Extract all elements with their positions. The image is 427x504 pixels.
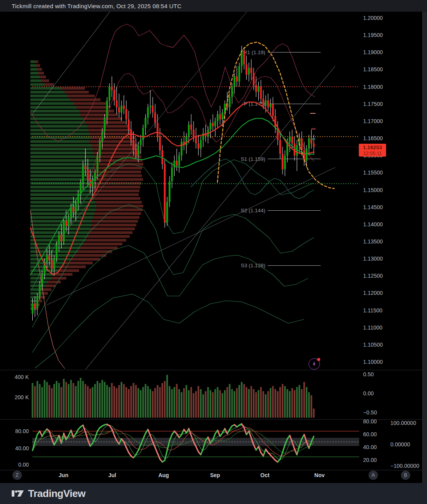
- pivot-label: R1 (1.19): [243, 49, 265, 55]
- candle-body: [217, 114, 219, 121]
- volume-bar: [94, 384, 96, 418]
- candle-body: [48, 255, 50, 260]
- candle-body: [198, 143, 199, 148]
- volume-bar: [85, 384, 86, 418]
- candle-body: [72, 207, 74, 212]
- volume-bar: [260, 387, 262, 418]
- volume-bar: [39, 384, 41, 418]
- volume-bar: [263, 391, 264, 418]
- volume-bar: [166, 375, 168, 418]
- candle-body: [34, 303, 36, 308]
- candle-body: [60, 234, 62, 241]
- price-axis[interactable]: 1.200001.195001.190001.185001.180001.175…: [363, 15, 383, 365]
- volume-bar: [65, 382, 67, 418]
- candle-body: [289, 137, 291, 142]
- volume-bar: [125, 387, 127, 418]
- candle-body: [190, 125, 192, 130]
- indicator-last-value-dash: [311, 138, 315, 140]
- volume-bar: [306, 387, 307, 418]
- candle-body: [224, 104, 226, 113]
- scale-b-button[interactable]: B: [401, 471, 410, 480]
- candle-body: [128, 119, 130, 129]
- volume-bar: [113, 386, 115, 418]
- volume-bar: [41, 387, 43, 418]
- volume-bar: [78, 381, 79, 418]
- candle-body: [46, 255, 48, 262]
- volume-bar: [251, 386, 252, 418]
- candle-body: [272, 104, 274, 116]
- candle-body: [265, 100, 267, 106]
- volume-bar: [128, 389, 129, 418]
- volume-bar: [210, 390, 211, 418]
- volume-bar: [188, 390, 189, 418]
- scale-a-button[interactable]: A: [369, 471, 378, 480]
- candle-body: [92, 181, 94, 186]
- candle-body: [169, 181, 171, 202]
- volume-bar: [44, 380, 45, 418]
- chart-canvas[interactable]: R1 (1.19)P (1.175)S1 (1.159)S2 (1.144)S3…: [0, 0, 427, 504]
- volume-bar: [255, 392, 257, 418]
- volume-bar: [51, 388, 53, 418]
- time-axis-month: Jun: [59, 472, 69, 478]
- candle-body: [150, 106, 152, 107]
- candle-body: [166, 202, 168, 222]
- tradingview-logo-icon[interactable]: [11, 488, 25, 499]
- price-axis-label: 1.10000: [363, 359, 383, 365]
- price-axis-label: 1.12000: [363, 290, 383, 296]
- candle-body: [231, 87, 233, 97]
- volume-bar: [171, 389, 173, 418]
- candle-body: [270, 104, 272, 107]
- candle-body: [233, 76, 235, 86]
- candle-body: [245, 64, 247, 74]
- volume-bar: [145, 384, 146, 418]
- time-axis[interactable]: JunJulAugSepOctNov: [59, 472, 325, 478]
- price-axis-label: 1.10500: [363, 342, 383, 348]
- volume-bar: [101, 380, 103, 418]
- candle-body: [32, 303, 34, 314]
- volume-right-scale-label: 0.50: [363, 371, 374, 377]
- volume-bar: [291, 388, 293, 418]
- oscillator-fast-segment: [148, 430, 150, 435]
- candle-body: [113, 90, 115, 100]
- volume-bar: [159, 387, 161, 418]
- price-axis-label: 1.19500: [363, 32, 383, 38]
- indicator-last-value-dash: [310, 113, 316, 114]
- price-axis-label: 1.18000: [363, 84, 383, 90]
- volume-bar: [150, 389, 151, 418]
- quick-trade-button[interactable]: [309, 358, 320, 370]
- volume-bar: [231, 389, 233, 418]
- volume-bar: [138, 388, 139, 418]
- price-axis-label: 1.13000: [363, 256, 383, 262]
- candle-body: [99, 142, 101, 155]
- oscillator-fast-segment: [196, 447, 198, 452]
- candle-body: [181, 142, 183, 155]
- oscillator-left-label: 40.00: [15, 445, 29, 451]
- candle-body: [77, 193, 79, 203]
- time-axis-month: Nov: [314, 472, 325, 478]
- pivot-label: S3 (1.128): [241, 263, 265, 268]
- last-price-label[interactable]: 1.16253 12:05:11: [359, 144, 386, 157]
- oscillator-fast-segment: [258, 447, 261, 453]
- volume-bar: [253, 389, 254, 418]
- volume-bar: [226, 387, 228, 418]
- tradingview-logo-text[interactable]: TradingView: [28, 488, 85, 500]
- candle-body: [303, 150, 305, 160]
- volume-bar: [284, 386, 286, 418]
- candle-body: [125, 109, 127, 119]
- candle-body: [63, 221, 65, 241]
- candle-body: [56, 245, 58, 259]
- oscillator-scale-a-label: 20.00: [363, 457, 377, 463]
- volume-bar: [162, 383, 163, 418]
- candle-body: [97, 155, 99, 173]
- volume-right-scale-label: −0.50: [363, 409, 377, 416]
- teal-ma: [191, 159, 314, 199]
- timezone-button[interactable]: Z: [12, 471, 22, 480]
- price-axis-label: 1.13500: [363, 238, 383, 245]
- candle-body: [135, 150, 137, 155]
- parabola-drawing: [217, 42, 334, 189]
- volume-bar: [82, 381, 84, 418]
- volume-bar: [222, 393, 223, 418]
- right-scrollbar[interactable]: [422, 12, 427, 483]
- candle-body: [120, 106, 122, 113]
- volume-bar: [133, 383, 134, 418]
